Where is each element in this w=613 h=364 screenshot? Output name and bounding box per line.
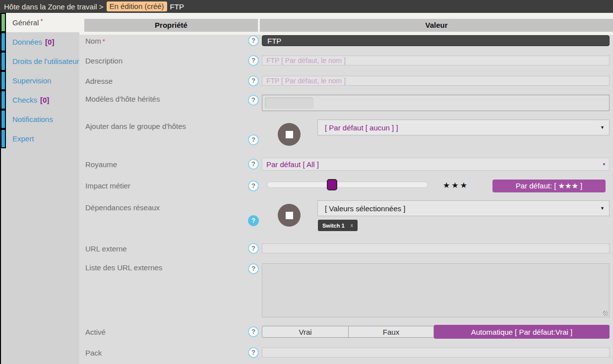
nom-input[interactable]: [262, 35, 610, 46]
count-badge: [0]: [40, 96, 49, 104]
tab-bar: [1, 32, 6, 52]
field-label: Impact métier: [85, 182, 130, 190]
row-url-externe: URL externe ?: [79, 243, 613, 253]
help-icon[interactable]: ?: [248, 326, 259, 337]
row-impact-metier: Impact métier ? ★★★ Par défaut: [ ★★★ ]: [79, 179, 613, 192]
stop-square-icon: [286, 212, 293, 219]
form-panel: Propriété Valeur Nom* ? Description ?: [79, 13, 613, 364]
field-label: Liste des URL externes: [85, 263, 162, 272]
help-icon[interactable]: ?: [248, 215, 259, 226]
impact-slider-handle[interactable]: [327, 179, 337, 190]
remove-tag-icon[interactable]: x: [351, 223, 353, 228]
sidebar-item-expert[interactable]: Expert: [1, 129, 79, 148]
field-label: Ajouter dans le groupe d'hôtes: [85, 122, 186, 130]
field-label: Description: [85, 57, 123, 65]
tab-bar: [1, 52, 6, 71]
groupe-hotes-dropdown[interactable]: [ Par défaut [ aucun ] ] ▼: [317, 120, 610, 135]
row-liste-url-externes: Liste des URL externes ?: [79, 263, 613, 317]
set-toggle-button[interactable]: [278, 123, 301, 146]
chevron-down-icon: ▼: [602, 162, 606, 167]
row-pack: Pack ?: [79, 348, 613, 358]
row-groupe-hotes: Ajouter dans le groupe d'hôtes ? [ Par d…: [79, 120, 613, 146]
help-icon[interactable]: ?: [248, 243, 259, 254]
help-icon[interactable]: ?: [248, 35, 259, 46]
required-asterisk: *: [40, 17, 43, 25]
sidebar-item-supervision[interactable]: Supervision: [1, 71, 79, 90]
row-royaume: Royaume ? Par défaut [ All ] ▼: [79, 158, 613, 171]
field-label: URL externe: [85, 244, 127, 253]
breadcrumb-bar: Hôte dans la Zone de travail > En éditio…: [0, 0, 613, 13]
count-badge: [0]: [45, 38, 54, 46]
sidebar-item-donnees[interactable]: Données[0]: [1, 32, 79, 52]
row-description: Description ?: [79, 56, 613, 65]
status-badge: En édition (créé): [107, 1, 167, 11]
field-label: Nom*: [85, 37, 105, 45]
field-label: Adresse: [85, 77, 113, 85]
sidebar-item-label: Supervision: [12, 76, 51, 85]
row-nom: Nom* ?: [79, 35, 613, 46]
required-asterisk: *: [103, 38, 105, 45]
royaume-select[interactable]: Par défaut [ All ] ▼: [262, 158, 610, 171]
tab-bar: [1, 129, 6, 148]
dependances-dropdown[interactable]: [ Valeurs sélectionnées ] ▼: [317, 200, 610, 216]
row-modeles-hote: Modèles d'hôte hérités ?: [79, 95, 613, 111]
automatique-button[interactable]: Automatique [ Par défaut:Vrai ]: [434, 325, 610, 339]
field-label: Royaume: [85, 160, 117, 169]
resize-handle-icon[interactable]: [603, 311, 608, 316]
sidebar-item-label: Checks: [12, 96, 37, 104]
help-icon[interactable]: ?: [248, 263, 259, 274]
tab-bar: [1, 90, 6, 110]
help-icon[interactable]: ?: [248, 159, 259, 170]
sidebar-item-label: Général: [12, 18, 39, 27]
select-value: Par défaut [ All ]: [266, 160, 319, 169]
stop-square-icon: [286, 131, 293, 138]
sidebar-item-label: Droits de l'utilisateur: [12, 57, 79, 65]
dropdown-value: [ Valeurs sélectionnées ]: [325, 204, 405, 213]
row-adresse: Adresse ?: [79, 76, 613, 86]
help-icon[interactable]: ?: [248, 181, 259, 191]
help-icon[interactable]: ?: [248, 55, 259, 66]
faux-button[interactable]: Faux: [348, 326, 434, 338]
table-header: Propriété Valeur: [79, 13, 613, 35]
pack-input[interactable]: [262, 348, 610, 358]
field-label: Modèles d'hôte hérités: [85, 95, 160, 103]
row-dependances-reseaux: Dépendances réseaux ? [ Valeurs sélectio…: [79, 200, 613, 231]
tab-bar: [1, 71, 6, 90]
column-header-property: Propriété: [84, 19, 258, 32]
dropdown-value: [ Par défaut [ aucun ] ]: [325, 123, 398, 132]
set-toggle-button[interactable]: [278, 204, 301, 227]
breadcrumb: Hôte dans la Zone de travail >: [4, 2, 104, 11]
sidebar-item-general[interactable]: Général*: [1, 13, 79, 32]
tag-label: Switch 1: [322, 223, 345, 229]
active-tab-bar: [1, 13, 6, 32]
sidebar-item-notifications[interactable]: Notifications: [1, 110, 79, 129]
adresse-input[interactable]: [262, 76, 610, 86]
url-externe-input[interactable]: [262, 243, 610, 253]
field-label: Pack: [85, 349, 102, 357]
page-title: FTP: [170, 2, 184, 11]
sidebar-item-label: Données: [12, 38, 42, 46]
sidebar: Général* Données[0] Droits de l'utilisat…: [0, 13, 79, 364]
sidebar-item-label: Expert: [12, 134, 34, 143]
field-label: Dépendances réseaux: [85, 203, 160, 212]
help-icon[interactable]: ?: [248, 134, 259, 145]
sidebar-item-checks[interactable]: Checks[0]: [1, 90, 79, 110]
description-input[interactable]: [262, 56, 610, 65]
field-label: Activé: [85, 328, 106, 336]
impact-slider-track[interactable]: [267, 182, 428, 188]
row-active: Activé ? Vrai Faux Automatique [ Par déf…: [79, 325, 613, 339]
help-icon[interactable]: ?: [248, 347, 259, 358]
sidebar-item-droits-utilisateur[interactable]: Droits de l'utilisateur: [1, 52, 79, 71]
selected-tag-switch1: Switch 1 x: [318, 220, 358, 231]
impact-stars-indicator: ★★★: [443, 181, 469, 190]
vrai-button[interactable]: Vrai: [262, 326, 349, 338]
help-icon[interactable]: ?: [248, 95, 259, 106]
modeles-token-input[interactable]: [262, 95, 610, 111]
tab-bar: [1, 110, 6, 129]
help-icon[interactable]: ?: [248, 75, 259, 86]
liste-url-textarea[interactable]: [262, 263, 610, 317]
impact-default-button[interactable]: Par défaut: [ ★★★ ]: [492, 180, 606, 192]
column-header-value: Valeur: [260, 19, 613, 32]
empty-token-field[interactable]: [265, 97, 313, 109]
chevron-down-icon: ▼: [600, 125, 605, 130]
